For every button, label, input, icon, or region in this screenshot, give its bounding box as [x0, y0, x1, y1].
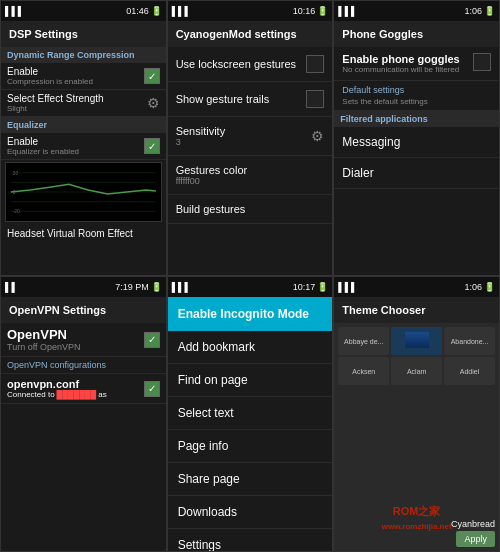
- browser-menu-share-label: Share page: [178, 472, 323, 486]
- vpn-ip-highlight: ███████: [57, 390, 97, 399]
- browser-status-left: ▌▌▌: [172, 282, 191, 292]
- goggles-enable-checkbox[interactable]: [473, 53, 491, 71]
- cyanogen-content: Use lockscreen gestures Show gesture tra…: [168, 47, 333, 275]
- cyanogen-row-3[interactable]: Gestures color ffffff00: [168, 156, 333, 195]
- theme-status-right: 1:06 🔋: [464, 282, 495, 292]
- cyanogen-row-0[interactable]: Use lockscreen gestures: [168, 47, 333, 82]
- vpn-status-bar: ▌▌ 7:19 PM 🔋: [1, 277, 166, 297]
- goggles-title: Phone Goggles: [342, 28, 423, 40]
- cyanogen-row-2[interactable]: Sensitivity 3 ⚙: [168, 117, 333, 156]
- goggles-app-messaging-label: Messaging: [342, 135, 491, 149]
- dsp-effect-sub: Slight: [7, 104, 104, 113]
- vpn-checkbox[interactable]: ✓: [144, 332, 160, 348]
- theme-item-0[interactable]: Abbaye de...: [338, 327, 389, 355]
- goggles-signal: ▌▌▌: [338, 6, 357, 16]
- goggles-app-messaging[interactable]: Messaging: [334, 127, 499, 158]
- browser-menu-bookmark-label: Add bookmark: [178, 340, 323, 354]
- browser-menu-settings[interactable]: Settings: [168, 529, 333, 551]
- theme-title: Theme Chooser: [342, 304, 425, 316]
- browser-menu-incognito-label: Enable Incognito Mode: [178, 307, 323, 321]
- dsp-eq-checkbox[interactable]: ✓: [144, 138, 160, 154]
- cyanogen-row-4[interactable]: Build gestures: [168, 195, 333, 224]
- theme-item-3[interactable]: Acksen: [338, 357, 389, 385]
- browser-menu-downloads-label: Downloads: [178, 505, 323, 519]
- theme-panel: ▌▌▌ 1:06 🔋 Theme Chooser Abbaye de... Ab…: [333, 276, 500, 552]
- vpn-status-right: 7:19 PM 🔋: [115, 282, 162, 292]
- cyanogen-signal: ▌▌▌: [172, 6, 191, 16]
- vpn-config-checkbox[interactable]: ✓: [144, 381, 160, 397]
- theme-title-bar: Theme Chooser: [334, 297, 499, 323]
- goggles-app-dialer-label: Dialer: [342, 166, 491, 180]
- vpn-panel: ▌▌ 7:19 PM 🔋 OpenVPN Settings OpenVPN Tu…: [0, 276, 167, 552]
- browser-menu-bookmark[interactable]: Add bookmark: [168, 331, 333, 364]
- cyanogen-row-1[interactable]: Show gesture trails: [168, 82, 333, 117]
- vpn-config-text: openvpn.conf Connected to ███████ as: [7, 378, 107, 399]
- apply-button[interactable]: Apply: [456, 531, 495, 547]
- dsp-status-left: ▌▌▌: [5, 6, 24, 16]
- dsp-panel: ▌▌▌ 01:46 🔋 DSP Settings Dynamic Range C…: [0, 0, 167, 276]
- goggles-status-bar: ▌▌▌ 1:06 🔋: [334, 1, 499, 21]
- theme-item-4[interactable]: Aclam: [391, 357, 442, 385]
- vpn-main-text: OpenVPN Turn off OpenVPN: [7, 327, 81, 352]
- browser-menu-incognito[interactable]: Enable Incognito Mode: [168, 297, 333, 331]
- vpn-config-sub-row: Connected to ███████ as: [7, 390, 107, 399]
- browser-battery: 🔋: [317, 282, 328, 292]
- browser-menu-pageinfo[interactable]: Page info: [168, 430, 333, 463]
- dsp-enable-row[interactable]: Enable Compression is enabled ✓: [1, 63, 166, 90]
- cyanogen-status-left: ▌▌▌: [172, 6, 191, 16]
- cyanogen-time: 10:16: [293, 6, 316, 16]
- browser-status-bar: ▌▌▌ 10:17 🔋: [168, 277, 333, 297]
- theme-status-bar: ▌▌▌ 1:06 🔋: [334, 277, 499, 297]
- vpn-main-row[interactable]: OpenVPN Turn off OpenVPN ✓: [1, 323, 166, 357]
- dsp-enable-sub: Compression is enabled: [7, 77, 93, 86]
- goggles-enable-row[interactable]: Enable phone goggles No communication wi…: [334, 47, 499, 81]
- dsp-eq-enable-row[interactable]: Enable Equalizer is enabled ✓: [1, 133, 166, 160]
- browser-menu-find[interactable]: Find on page: [168, 364, 333, 397]
- cyanogen-checkbox-0[interactable]: [306, 55, 324, 73]
- dsp-effect-row[interactable]: Select Effect Strength Slight ⚙: [1, 90, 166, 117]
- cyanogen-panel: ▌▌▌ 10:16 🔋 CyanogenMod settings Use loc…: [167, 0, 334, 276]
- goggles-default-title: Default settings: [342, 85, 491, 95]
- dsp-enable-text: Enable Compression is enabled: [7, 66, 93, 86]
- cyanogen-sensitivity-icon: ⚙: [311, 128, 324, 144]
- dsp-signal-icon: ▌▌▌: [5, 6, 24, 16]
- dsp-effect-label: Select Effect Strength: [7, 93, 104, 104]
- theme-time: 1:06: [464, 282, 482, 292]
- vpn-main-label: OpenVPN: [7, 327, 81, 342]
- headset-row[interactable]: Headset Virtual Room Effect: [1, 224, 166, 243]
- vpn-config-name: openvpn.conf: [7, 378, 107, 390]
- browser-menu-downloads[interactable]: Downloads: [168, 496, 333, 529]
- vpn-config-row[interactable]: openvpn.conf Connected to ███████ as ✓: [1, 374, 166, 404]
- vpn-sub-label: Turn off OpenVPN: [7, 342, 81, 352]
- cyanogen-status-bar: ▌▌▌ 10:16 🔋: [168, 1, 333, 21]
- cyanogen-checkbox-1[interactable]: [306, 90, 324, 108]
- goggles-default-row[interactable]: Default settings Sets the default settin…: [334, 81, 499, 111]
- cyanogen-battery: 🔋: [317, 6, 328, 16]
- browser-status-right: 10:17 🔋: [293, 282, 329, 292]
- goggles-enable-sub: No communication will be filtered: [342, 65, 473, 74]
- theme-item-1[interactable]: [391, 327, 442, 355]
- browser-time: 10:17: [293, 282, 316, 292]
- browser-menu-pageinfo-label: Page info: [178, 439, 323, 453]
- vpn-signal: ▌▌: [5, 282, 18, 292]
- theme-item-5[interactable]: Addiel: [444, 357, 495, 385]
- theme-grid: Abbaye de... Abandone... Acksen Aclam Ad…: [334, 323, 499, 389]
- vpn-content: OpenVPN Turn off OpenVPN ✓ OpenVPN confi…: [1, 323, 166, 551]
- dsp-status-bar: ▌▌▌ 01:46 🔋: [1, 1, 166, 21]
- browser-panel: ▌▌▌ 10:17 🔋 Enable Incognito Mode Add bo…: [167, 276, 334, 552]
- goggles-app-dialer[interactable]: Dialer: [334, 158, 499, 189]
- dsp-title-bar: DSP Settings: [1, 21, 166, 47]
- dsp-content: Dynamic Range Compression Enable Compres…: [1, 47, 166, 275]
- goggles-filtered-header: Filtered applications: [334, 111, 499, 127]
- theme-signal: ▌▌▌: [338, 282, 357, 292]
- cyanogen-color-text: Gestures color ffffff00: [176, 164, 248, 186]
- dsp-title: DSP Settings: [9, 28, 78, 40]
- theme-item-2[interactable]: Abandone...: [444, 327, 495, 355]
- vpn-config-sub: Connected to: [7, 390, 55, 399]
- dsp-enable-checkbox[interactable]: ✓: [144, 68, 160, 84]
- browser-menu-select-label: Select text: [178, 406, 323, 420]
- browser-menu-share[interactable]: Share page: [168, 463, 333, 496]
- dsp-eq-text: Enable Equalizer is enabled: [7, 136, 79, 156]
- dsp-eq-header: Equalizer: [1, 117, 166, 133]
- browser-menu-select[interactable]: Select text: [168, 397, 333, 430]
